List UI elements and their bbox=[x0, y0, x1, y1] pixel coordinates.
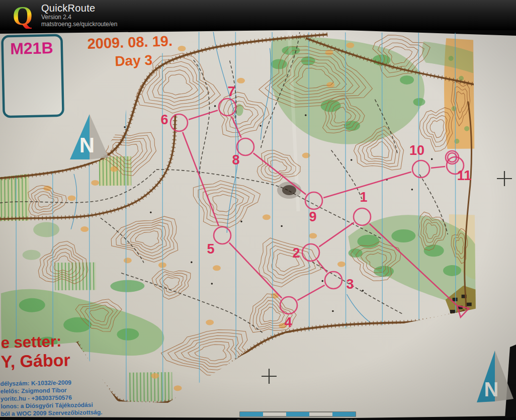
control-number-10: 10 bbox=[409, 143, 424, 158]
scale-end-label: 500m bbox=[345, 417, 364, 420]
day-stamp: Day 3 bbox=[115, 52, 153, 69]
quickroute-window: Q QuickRoute Version 2.4 matstroeng.se/q… bbox=[0, 0, 516, 420]
map-photo[interactable]: 1234567891011 M21B 2009. 08. 19. Day 3 N… bbox=[0, 30, 516, 420]
info-line-1: délyszám: K-1032/e-2009 bbox=[0, 379, 71, 387]
north-letter-top: N bbox=[79, 133, 95, 157]
shadow-blob bbox=[282, 185, 296, 195]
app-url: matstroeng.se/quickroute/en bbox=[41, 21, 117, 28]
scale-zero-label: 0 bbox=[236, 417, 240, 420]
scale-seg bbox=[286, 412, 309, 416]
control-number-11: 11 bbox=[457, 168, 472, 183]
info-line-3: yoritc.hu - +36303750576 bbox=[1, 394, 72, 402]
logo-letter: Q bbox=[13, 3, 33, 29]
info-line-2: elelős: Zsigmond Tibor bbox=[1, 387, 67, 395]
quickroute-logo-icon: Q bbox=[11, 3, 34, 29]
class-label: M21B bbox=[10, 39, 53, 58]
control-number-6: 6 bbox=[160, 112, 168, 127]
control-number-3: 3 bbox=[346, 277, 354, 292]
control-number-2: 2 bbox=[292, 245, 300, 261]
class-box: M21B bbox=[2, 35, 63, 117]
control-number-1: 1 bbox=[360, 190, 367, 205]
control-number-7: 7 bbox=[227, 84, 235, 99]
app-title: QuickRoute bbox=[41, 3, 117, 14]
setter-line-1: e setter: bbox=[1, 332, 61, 352]
control-number-9: 9 bbox=[309, 209, 316, 224]
control-number-8: 8 bbox=[232, 152, 239, 167]
setter-line-2: Y, Gábor bbox=[1, 350, 70, 371]
north-letter-bottom: N bbox=[484, 378, 499, 400]
title-bar: Q QuickRoute Version 2.4 matstroeng.se/q… bbox=[0, 0, 516, 30]
scale-seg bbox=[332, 412, 356, 416]
app-version: Version 2.4 bbox=[41, 14, 117, 21]
control-number-4: 4 bbox=[284, 315, 292, 330]
date-stamp: 2009. 08. 19. bbox=[87, 33, 173, 52]
control-number-5: 5 bbox=[207, 241, 214, 257]
map-photo-canvas[interactable]: 1234567891011 M21B 2009. 08. 19. Day 3 N… bbox=[0, 30, 516, 420]
scale-seg bbox=[240, 412, 263, 416]
